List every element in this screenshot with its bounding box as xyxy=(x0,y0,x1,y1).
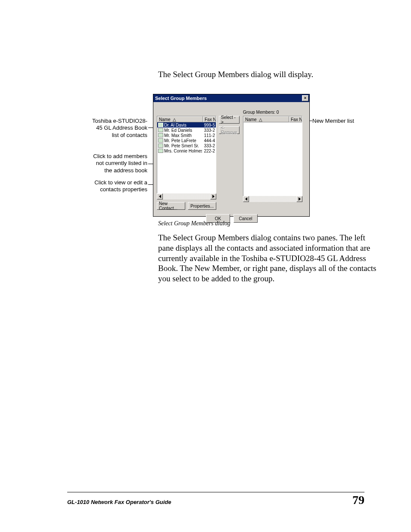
properties-button[interactable]: Properties... xyxy=(188,202,216,210)
scroll-left-icon[interactable] xyxy=(157,193,163,199)
page-number: 79 xyxy=(352,493,364,507)
contacts-horizontal-scrollbar[interactable] xyxy=(157,193,216,199)
cancel-button[interactable]: Cancel xyxy=(234,214,258,223)
contact-name: Mr. Pete Smerl Sr. xyxy=(164,143,202,148)
column-header-row: Name △ Fax N xyxy=(243,116,302,122)
new-members-pane[interactable]: Name △ Fax N xyxy=(243,116,302,202)
list-item[interactable]: Mrs. Connie Holmes222-2 xyxy=(157,148,216,153)
select-group-members-dialog: Select Group Members × Group Members: 0 … xyxy=(153,94,310,217)
contact-fax: 111-2 xyxy=(202,133,215,138)
new-contact-button[interactable]: New Contact... xyxy=(157,202,185,210)
list-item[interactable]: Mr. Pete LaFrete444-4 xyxy=(157,138,216,143)
callout-properties: Click to view or edit acontacts properti… xyxy=(65,179,147,193)
contact-name: Mrs. Connie Holmes xyxy=(164,149,202,153)
contacts-list-pane[interactable]: Name △ Fax N Dr. Al Davis999-5Mr. Ed Dan… xyxy=(157,116,216,193)
column-header-name[interactable]: Name △ xyxy=(243,116,289,122)
contact-card-icon xyxy=(158,123,163,127)
intro-text: The Select Group Members dialog will dis… xyxy=(158,70,313,79)
callout-add-members: Click to add membersnot currently listed… xyxy=(65,153,147,174)
close-icon[interactable]: × xyxy=(302,95,308,101)
contact-fax: 333-2 xyxy=(202,128,215,133)
list-item[interactable]: Dr. Al Davis999-5 xyxy=(157,122,216,128)
contact-card-icon xyxy=(158,133,163,137)
body-paragraph: The Select Group Members dialog contains… xyxy=(158,233,378,284)
callout-new-member-list: New Member list xyxy=(312,118,373,124)
scroll-right-icon[interactable] xyxy=(210,193,216,199)
contact-card-icon xyxy=(158,128,163,132)
callout-contacts-list: Toshiba e-STUDIO28-45 GL Address Booklis… xyxy=(65,118,147,139)
column-header-fax[interactable]: Fax N xyxy=(289,116,302,122)
list-item[interactable]: Mr. Pete Smerl Sr.333-2 xyxy=(157,143,216,148)
dialog-caption: Select Group Members dialog xyxy=(158,220,230,227)
scroll-right-icon[interactable] xyxy=(296,196,302,202)
footer-rule xyxy=(67,492,364,492)
select-button[interactable]: Select -> xyxy=(219,116,240,124)
dialog-titlebar[interactable]: Select Group Members × xyxy=(153,94,309,102)
column-header-name[interactable]: Name △ xyxy=(157,116,203,122)
contact-fax: 999-5 xyxy=(202,123,215,128)
contact-fax: 444-4 xyxy=(202,138,215,143)
footer-guide-title: GL-1010 Network Fax Operator's Guide xyxy=(67,499,171,505)
scroll-left-icon[interactable] xyxy=(243,196,249,202)
contact-name: Mr. Pete LaFrete xyxy=(164,138,202,143)
contact-name: Dr. Al Davis xyxy=(164,123,202,128)
column-header-fax[interactable]: Fax N xyxy=(203,116,216,122)
column-header-row: Name △ Fax N xyxy=(157,116,216,122)
dialog-title: Select Group Members xyxy=(155,96,207,101)
contact-name: Mr. Max Smith xyxy=(164,133,202,138)
remove-button[interactable]: <- Remove xyxy=(219,126,240,134)
contact-fax: 333-2 xyxy=(202,143,215,148)
list-item[interactable]: Mr. Ed Daniels333-2 xyxy=(157,128,216,133)
contact-card-icon xyxy=(158,143,163,148)
contact-card-icon xyxy=(158,149,163,153)
group-members-count: Group Members: 0 xyxy=(243,110,279,115)
members-horizontal-scrollbar[interactable] xyxy=(243,196,302,202)
contact-name: Mr. Ed Daniels xyxy=(164,128,202,133)
contact-fax: 222-2 xyxy=(202,149,215,153)
list-item[interactable]: Mr. Max Smith111-2 xyxy=(157,133,216,138)
contact-card-icon xyxy=(158,138,163,143)
